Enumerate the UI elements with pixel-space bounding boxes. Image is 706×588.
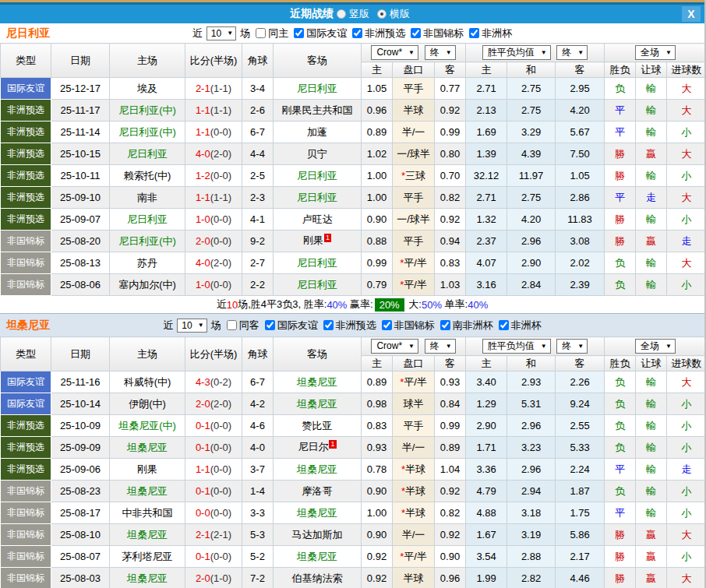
halftime-score: (1-1) bbox=[210, 83, 231, 94]
layout-radio-vertical-label[interactable]: 竖版 bbox=[349, 7, 369, 21]
handicap-name: 平/半 bbox=[404, 279, 427, 290]
competition-label: 非洲预选 bbox=[336, 319, 376, 333]
avg-stage-select[interactable]: 终▼ bbox=[556, 339, 588, 354]
goals-result: 走 bbox=[667, 231, 706, 252]
competition-checkbox[interactable] bbox=[382, 320, 392, 330]
odds-stage-select[interactable]: 终▼ bbox=[425, 45, 456, 60]
odds-away: 0.93 bbox=[435, 371, 466, 393]
summary-segment: 20% bbox=[375, 298, 404, 312]
avg-away: 2.95 bbox=[556, 78, 605, 100]
odds-home: 1.05 bbox=[362, 78, 393, 100]
away-team-name: 坦桑尼亚 bbox=[297, 551, 337, 562]
layout-radio-horizontal-label[interactable]: 横版 bbox=[390, 7, 410, 21]
odds-away: 1.04 bbox=[435, 459, 466, 481]
handicap: 一/球半 bbox=[393, 143, 435, 165]
match-count-select[interactable]: 10▼ bbox=[207, 26, 236, 40]
result: 负 bbox=[605, 393, 636, 415]
avg-home: 1.29 bbox=[466, 393, 507, 415]
matches-table: 类型 日期 主场 比分(半场) 角球 客场 Crow*▼ 终▼ 胜平负均值▼ 终… bbox=[0, 43, 706, 296]
avg-select[interactable]: 胜平负均值▼ bbox=[482, 45, 551, 60]
away-team: 摩洛哥 bbox=[274, 481, 362, 502]
fulltime-score: 2-1 bbox=[196, 83, 210, 94]
fullmatch-select[interactable]: 全场▼ bbox=[635, 45, 676, 60]
team-name: 尼日利亚 bbox=[6, 26, 50, 40]
result-value: 平 bbox=[615, 192, 625, 203]
away-team: 尼日利亚 bbox=[274, 187, 362, 209]
away-team: 尼日利亚 bbox=[274, 78, 362, 100]
competition-checkbox[interactable] bbox=[440, 320, 450, 330]
away-team-name: 刚果 bbox=[303, 235, 323, 247]
bookmaker-select[interactable]: Crow*▼ bbox=[371, 339, 418, 354]
result: 平 bbox=[605, 187, 636, 209]
goals-result: 小 bbox=[667, 437, 706, 459]
fulltime-score: 1-2 bbox=[196, 170, 210, 181]
fulltime-score: 1-0 bbox=[196, 279, 210, 290]
avg-draw: 2.96 bbox=[507, 231, 556, 252]
sub-header-avg-home: 主 bbox=[466, 356, 507, 371]
avg-stage-select[interactable]: 终▼ bbox=[556, 45, 588, 60]
goals-result-value: 小 bbox=[682, 442, 692, 453]
handicap-result: 走 bbox=[636, 187, 667, 209]
halftime-score: (2-0) bbox=[210, 398, 231, 410]
avg-draw: 2.93 bbox=[507, 371, 556, 393]
handicap-name: 平手 bbox=[404, 235, 424, 247]
fulltime-score: 1-1 bbox=[196, 104, 210, 116]
odds-away: 0.80 bbox=[435, 143, 466, 165]
away-team: 尼日尔1 bbox=[274, 437, 362, 459]
same-venue-checkbox[interactable] bbox=[256, 28, 266, 38]
goals-result: 大 bbox=[667, 143, 706, 165]
score: 4-0(2-0) bbox=[185, 143, 242, 165]
competition-checkbox[interactable] bbox=[294, 28, 304, 38]
close-icon[interactable]: X bbox=[682, 6, 701, 22]
avg-away: 2.24 bbox=[556, 459, 605, 481]
competition-checkbox[interactable] bbox=[411, 28, 421, 38]
fulltime-score: 1-1 bbox=[196, 192, 210, 203]
competition-checkbox[interactable] bbox=[352, 28, 362, 38]
handicap-name: 平/半 bbox=[404, 376, 427, 388]
home-team: 坦桑尼亚(中) bbox=[110, 415, 185, 437]
halftime-score: (2-1) bbox=[210, 529, 231, 540]
avg-select[interactable]: 胜平负均值▼ bbox=[482, 339, 551, 354]
result: 勝 bbox=[605, 209, 636, 231]
match-count-select[interactable]: 10▼ bbox=[177, 319, 207, 333]
score: 2-0(1-0) bbox=[185, 568, 242, 588]
competition-checkbox[interactable] bbox=[323, 320, 334, 330]
goals-result-value: 大 bbox=[682, 83, 692, 94]
layout-radio-horizontal[interactable] bbox=[377, 9, 387, 19]
competition-checkbox[interactable] bbox=[265, 320, 275, 330]
match-date: 25-11-16 bbox=[51, 371, 110, 393]
avg-draw: 2.75 bbox=[507, 100, 556, 121]
same-venue-label: 同客 bbox=[239, 319, 259, 333]
summary-segment: 赢率: bbox=[347, 298, 372, 312]
goals-result-value: 大 bbox=[682, 529, 692, 540]
match-type-badge: 非国锦标 bbox=[1, 274, 51, 296]
same-venue-checkbox[interactable] bbox=[227, 320, 237, 330]
table-row: 非洲预选25-09-10南非1-1(1-1)2-3尼日利亚1.00平手0.822… bbox=[1, 187, 706, 209]
result: 勝 bbox=[605, 568, 636, 588]
layout-radio-vertical[interactable] bbox=[337, 9, 346, 19]
home-team: 尼日利亚(中) bbox=[110, 121, 185, 143]
team-section-tanzania: 坦桑尼亚 近10▼场同客国际友谊非洲预选非国锦标南非洲杯非洲杯 类型 日期 主场… bbox=[0, 313, 704, 588]
fulltime-score: 0-0 bbox=[196, 507, 210, 519]
odds-away: 0.83 bbox=[435, 252, 466, 274]
competition-checkbox[interactable] bbox=[469, 28, 479, 38]
handicap-result: 輸 bbox=[636, 502, 667, 524]
fulltime-score: 4-3 bbox=[196, 376, 210, 388]
avg-draw: 2.96 bbox=[507, 415, 556, 437]
competition-checkbox[interactable] bbox=[499, 320, 509, 330]
corners: 4-1 bbox=[242, 209, 274, 231]
handicap-name: 平/半 bbox=[404, 257, 427, 269]
sub-header-handicap-result: 让球 bbox=[636, 356, 667, 371]
fullmatch-select[interactable]: 全场▼ bbox=[635, 339, 676, 354]
goals-result-value: 小 bbox=[682, 398, 692, 410]
odds-stage-select[interactable]: 终▼ bbox=[425, 339, 456, 354]
bookmaker-select[interactable]: Crow*▼ bbox=[371, 45, 418, 60]
avg-home: 3.40 bbox=[466, 371, 507, 393]
table-row: 非国锦标25-08-06塞内加尔(中)1-0(0-0)2-2尼日利亚0.79*平… bbox=[1, 274, 706, 296]
match-count-value: 10 bbox=[211, 28, 221, 39]
goals-result-value: 走 bbox=[682, 235, 692, 247]
chevron-down-icon: ▼ bbox=[446, 343, 452, 350]
table-row: 非洲预选25-09-09坦桑尼亚0-1(0-0)4-0尼日尔10.93半/一0.… bbox=[1, 437, 706, 459]
handicap-name: 平手 bbox=[404, 192, 424, 203]
handicap: *半球 bbox=[393, 502, 435, 524]
